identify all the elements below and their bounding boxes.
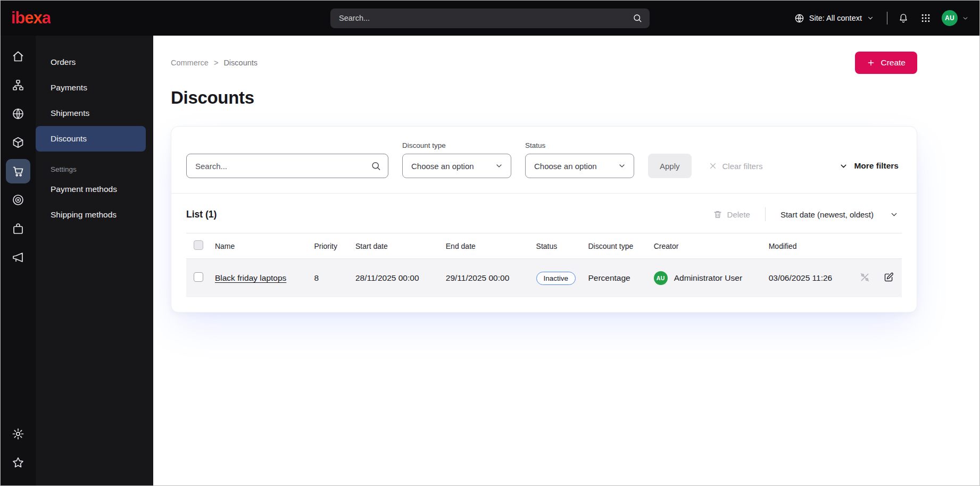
table-header-row: Name Priority Start date End date Status…	[186, 233, 902, 259]
list-actions: Delete Start date (newest, oldest)	[710, 207, 902, 221]
nav-products[interactable]	[6, 130, 30, 155]
col-header-creator: Creator	[649, 233, 763, 259]
chevron-down-icon	[495, 162, 503, 170]
row-creator: AU Administrator User	[654, 271, 758, 285]
creator-avatar: AU	[654, 271, 668, 285]
subnav-item-payment-methods[interactable]: Payment methods	[36, 177, 153, 202]
row-start-date: 28/11/2025 00:00	[350, 259, 441, 298]
search-icon[interactable]	[371, 161, 381, 171]
more-filters-label: More filters	[854, 161, 899, 171]
status-badge: Inactive	[536, 272, 576, 285]
table-row: Black friday laptops 8 28/11/2025 00:00 …	[186, 259, 902, 298]
ibexa-logo[interactable]: ibexa	[11, 9, 51, 28]
subnav-item-orders[interactable]: Orders	[36, 49, 153, 75]
status-label: Status	[525, 141, 634, 149]
create-button-label: Create	[881, 58, 906, 68]
col-header-actions	[852, 233, 902, 259]
page-title: Discounts	[171, 88, 917, 108]
grid-icon	[920, 13, 931, 23]
breadcrumb: Commerce > Discounts	[171, 58, 258, 67]
home-icon	[12, 50, 24, 63]
delete-button-label: Delete	[727, 210, 750, 219]
row-checkbox[interactable]	[194, 272, 203, 282]
subnav-item-discounts[interactable]: Discounts	[36, 126, 146, 152]
x-icon	[709, 162, 717, 170]
filter-search-input[interactable]	[186, 154, 388, 178]
sitemap-icon	[12, 79, 24, 91]
discount-type-value: Choose an option	[411, 162, 474, 171]
chevron-down-icon	[890, 210, 899, 219]
list-header: List (1) Delete Start date (newest, olde…	[186, 207, 902, 221]
user-menu[interactable]: AU	[942, 10, 969, 26]
nav-site[interactable]	[6, 102, 30, 126]
row-end-date: 29/11/2025 00:00	[441, 259, 531, 298]
breadcrumb-separator: >	[214, 58, 218, 67]
app-window: ibexa Site: All context	[0, 0, 980, 486]
cube-icon	[12, 136, 24, 149]
chevron-down-icon	[962, 15, 969, 22]
subnav-section-settings: Settings	[36, 165, 153, 173]
filters-bar: Discount type Choose an option Status Ch…	[186, 141, 902, 178]
breadcrumb-commerce[interactable]: Commerce	[171, 58, 209, 67]
nav-bookmarks[interactable]	[6, 450, 30, 475]
nav-corporate[interactable]	[6, 216, 30, 241]
discount-type-select[interactable]: Choose an option	[402, 154, 511, 178]
megaphone-icon	[12, 251, 24, 264]
subnav-item-payments[interactable]: Payments	[36, 75, 153, 100]
main-content: Commerce > Discounts Create Discounts	[153, 36, 979, 485]
select-all-checkbox[interactable]	[194, 240, 203, 250]
row-priority: 8	[309, 259, 350, 298]
trash-icon	[713, 210, 722, 219]
discounts-table: Name Priority Start date End date Status…	[186, 233, 902, 297]
nav-campaigns[interactable]	[6, 245, 30, 270]
create-button[interactable]: Create	[855, 52, 917, 74]
col-header-priority: Priority	[309, 233, 350, 259]
user-avatar: AU	[942, 10, 958, 26]
globe-icon	[12, 107, 24, 120]
nav-home[interactable]	[6, 44, 30, 69]
row-modified: 03/06/2025 11:26	[763, 259, 852, 298]
notifications-button[interactable]	[897, 12, 910, 24]
nav-commerce[interactable]	[6, 159, 30, 183]
nav-settings[interactable]	[6, 422, 30, 446]
target-icon	[12, 194, 24, 206]
global-search-input[interactable]	[330, 9, 650, 28]
discount-name-link[interactable]: Black friday laptops	[215, 273, 286, 282]
list-title: List (1)	[186, 209, 217, 220]
col-header-modified: Modified	[763, 233, 852, 259]
nav-content-structure[interactable]	[6, 73, 30, 97]
commerce-subnav: Orders Payments Shipments Discounts Sett…	[36, 36, 153, 485]
clear-filters-button[interactable]: Clear filters	[705, 154, 766, 178]
topbar: ibexa Site: All context	[1, 1, 979, 36]
discount-codes-button[interactable]	[857, 270, 873, 287]
apps-menu-button[interactable]	[919, 12, 932, 24]
edit-icon	[883, 272, 894, 283]
cart-icon	[12, 165, 24, 178]
delete-button[interactable]: Delete	[710, 209, 753, 220]
subnav-item-shipments[interactable]: Shipments	[36, 100, 153, 126]
global-search	[330, 9, 650, 28]
col-header-status: Status	[531, 233, 583, 259]
col-header-end-date: End date	[441, 233, 531, 259]
percent-crossed-icon	[859, 272, 870, 283]
apply-button[interactable]: Apply	[648, 154, 692, 178]
nav-personalization[interactable]	[6, 188, 30, 212]
sort-select[interactable]: Start date (newest, oldest)	[777, 210, 902, 220]
clear-filters-label: Clear filters	[722, 162, 763, 171]
col-header-discount-type: Discount type	[583, 233, 648, 259]
bell-icon	[898, 13, 909, 23]
search-icon[interactable]	[633, 13, 642, 23]
topbar-divider	[887, 12, 887, 24]
col-header-name: Name	[210, 233, 309, 259]
status-select[interactable]: Choose an option	[525, 154, 634, 178]
breadcrumb-discounts[interactable]: Discounts	[223, 58, 258, 67]
more-filters-button[interactable]: More filters	[836, 154, 902, 178]
chevron-down-icon	[618, 162, 626, 170]
star-icon	[12, 456, 24, 469]
site-context-selector[interactable]: Site: All context	[791, 13, 877, 24]
topbar-right: Site: All context AU	[650, 10, 969, 26]
edit-button[interactable]	[881, 270, 896, 287]
subnav-item-shipping-methods[interactable]: Shipping methods	[36, 202, 153, 228]
discounts-panel: Discount type Choose an option Status Ch…	[171, 126, 917, 313]
filter-search	[186, 154, 388, 178]
